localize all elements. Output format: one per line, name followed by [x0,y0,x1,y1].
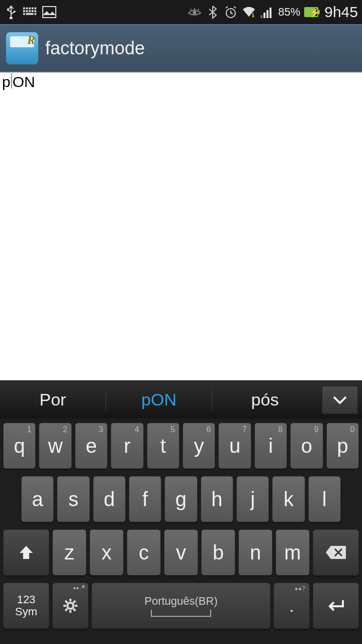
key-symbols[interactable]: 123 Sym [3,583,49,629]
key-f[interactable]: f [129,476,161,522]
eye-icon [188,5,202,19]
key-q[interactable]: q1 [3,423,36,469]
key-j[interactable]: j [236,476,269,522]
usb-icon [4,5,18,19]
key-t[interactable]: t5 [147,423,179,469]
svg-rect-19 [260,15,262,18]
svg-rect-13 [23,13,25,15]
key-l[interactable]: l [308,476,341,522]
key-d[interactable]: d [93,476,126,522]
key-o[interactable]: o9 [290,423,323,469]
svg-rect-21 [266,10,268,18]
key-y[interactable]: y6 [183,423,215,469]
key-i[interactable]: i8 [254,423,287,469]
suggestion-bar: Por pON pós [0,380,362,419]
suggestion-0[interactable]: Por [0,390,106,410]
app-icon[interactable]: R [6,32,38,64]
status-right: 85% ⚡ 9h45 [188,4,358,21]
svg-point-2 [14,11,16,13]
suggestion-1[interactable]: pON [106,390,212,410]
svg-rect-12 [34,10,36,12]
svg-rect-16 [43,7,56,18]
svg-rect-20 [263,13,265,18]
app-title: factorymode [45,38,145,59]
svg-rect-22 [269,8,272,18]
mic-hint-icon: ●●🎤 [73,585,85,591]
key-u[interactable]: u7 [218,423,251,469]
collapse-suggestions-button[interactable] [322,386,358,414]
wifi-icon [242,5,256,19]
key-c[interactable]: c [127,529,161,576]
bluetooth-icon [206,5,220,19]
battery-icon: ⚡ [304,5,318,19]
key-space[interactable]: Português(BR) [92,583,270,629]
key-h[interactable]: h [201,476,233,522]
text-after-cursor: ON [13,73,35,90]
keyboard: q1 w2 e3 r4 t5 y6 u7 i8 o9 p0 a s d f g … [0,419,362,644]
keyboard-row-3: z x c v b n m [3,529,359,576]
period-hint-icon: ●●? [295,585,305,592]
key-g[interactable]: g [164,476,197,522]
keyboard-row-2: a s d f g h j k l [3,476,359,522]
svg-rect-9 [26,10,28,12]
key-b[interactable]: b [201,529,235,576]
image-icon [42,5,56,19]
svg-point-23 [67,603,73,609]
svg-rect-7 [34,8,36,10]
sym-bottom-label: Sym [15,606,37,618]
spacebar-icon [151,610,211,617]
key-n[interactable]: n [238,529,273,576]
svg-rect-14 [26,13,34,15]
key-m[interactable]: m [276,529,310,576]
battery-percent: 85% [278,6,300,19]
svg-rect-4 [26,8,28,10]
keyboard-row-4: 123 Sym ●●🎤 Português(BR) ●●? . [3,583,359,629]
space-language-label: Português(BR) [144,595,218,608]
key-s[interactable]: s [57,476,89,522]
key-e[interactable]: e3 [75,423,108,469]
svg-rect-5 [29,8,31,10]
svg-rect-3 [23,8,25,10]
text-cursor [11,73,12,89]
key-backspace[interactable] [313,529,359,576]
svg-point-17 [193,11,196,14]
text-editor[interactable]: pON [0,72,362,380]
key-enter[interactable] [313,583,359,629]
key-a[interactable]: a [21,476,54,522]
svg-rect-6 [32,8,34,10]
sym-top-label: 123 [17,594,36,606]
app-bar: R factorymode [0,24,362,72]
key-k[interactable]: k [272,476,305,522]
text-before-cursor: p [2,73,11,90]
key-period[interactable]: ●●? . [274,583,310,629]
key-w[interactable]: w2 [39,423,71,469]
suggestion-2[interactable]: pós [212,390,318,410]
status-bar: 85% ⚡ 9h45 [0,0,362,24]
keyboard-row-1: q1 w2 e3 r4 t5 y6 u7 i8 o9 p0 [3,423,359,469]
key-p[interactable]: p0 [326,423,359,469]
alarm-icon [224,5,238,19]
clock-text: 9h45 [324,4,358,21]
svg-rect-8 [23,10,25,12]
svg-rect-10 [29,10,31,12]
signal-icon [260,5,274,19]
keyboard-icon [23,5,37,19]
key-v[interactable]: v [164,529,198,576]
status-left [4,5,56,19]
key-shift[interactable] [3,529,49,576]
key-settings[interactable]: ●●🎤 [52,583,88,629]
key-x[interactable]: x [89,529,124,576]
svg-rect-1 [7,9,9,11]
svg-rect-15 [34,13,36,15]
svg-point-0 [10,17,12,19]
svg-rect-11 [32,10,34,12]
key-r[interactable]: r4 [111,423,143,469]
key-z[interactable]: z [52,529,86,576]
